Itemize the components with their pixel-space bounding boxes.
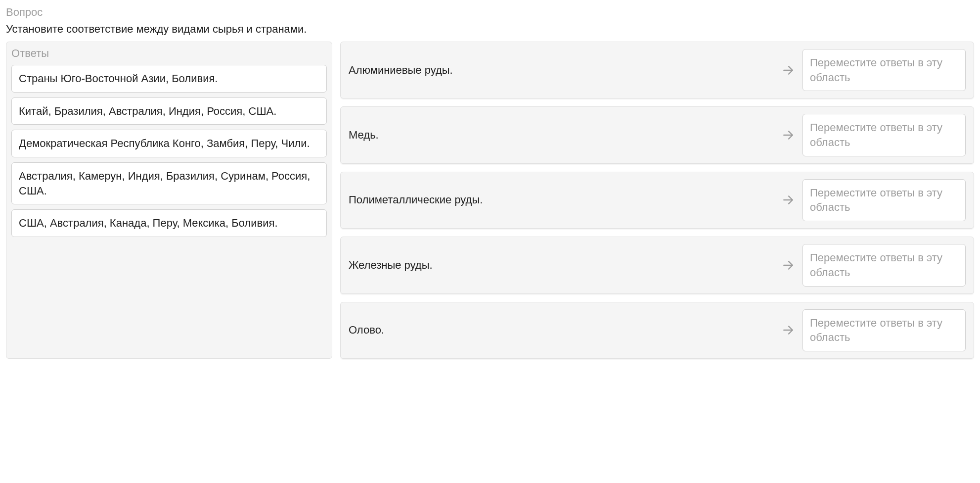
answers-label: Ответы xyxy=(11,47,327,60)
answer-item[interactable]: Страны Юго-Восточной Азии, Боливия. xyxy=(11,65,327,93)
target-label: Полиметаллические руды. xyxy=(349,193,774,206)
arrow-right-icon xyxy=(782,129,795,142)
answer-item[interactable]: Демократическая Республика Конго, Замбия… xyxy=(11,130,327,157)
target-row: Медь. Переместите ответы в эту область xyxy=(340,106,974,163)
answers-panel: Ответы Страны Юго-Восточной Азии, Боливи… xyxy=(6,42,332,359)
target-label: Железные руды. xyxy=(349,259,774,272)
question-text: Установите соответствие между видами сыр… xyxy=(6,23,974,36)
drop-zone[interactable]: Переместите ответы в эту область xyxy=(802,114,966,156)
target-label: Медь. xyxy=(349,129,774,142)
arrow-right-icon xyxy=(782,64,795,77)
target-label: Алюминиевые руды. xyxy=(349,64,774,77)
target-label: Олово. xyxy=(349,324,774,337)
target-row: Алюминиевые руды. Переместите ответы в э… xyxy=(340,42,974,98)
target-row: Железные руды. Переместите ответы в эту … xyxy=(340,237,974,293)
matching-content: Ответы Страны Юго-Восточной Азии, Боливи… xyxy=(6,42,974,359)
drop-zone[interactable]: Переместите ответы в эту область xyxy=(802,179,966,221)
question-label: Вопрос xyxy=(6,6,974,19)
arrow-right-icon xyxy=(782,324,795,337)
drop-zone[interactable]: Переместите ответы в эту область xyxy=(802,244,966,286)
drop-zone[interactable]: Переместите ответы в эту область xyxy=(802,309,966,351)
answer-item[interactable]: США, Австралия, Канада, Перу, Мексика, Б… xyxy=(11,209,327,237)
arrow-right-icon xyxy=(782,193,795,206)
targets-column: Алюминиевые руды. Переместите ответы в э… xyxy=(340,42,974,359)
answer-item[interactable]: Австралия, Камерун, Индия, Бразилия, Сур… xyxy=(11,162,327,204)
arrow-right-icon xyxy=(782,259,795,272)
drop-zone[interactable]: Переместите ответы в эту область xyxy=(802,49,966,91)
target-row: Олово. Переместите ответы в эту область xyxy=(340,302,974,359)
answer-item[interactable]: Китай, Бразилия, Австралия, Индия, Росси… xyxy=(11,97,327,125)
target-row: Полиметаллические руды. Переместите отве… xyxy=(340,172,974,229)
